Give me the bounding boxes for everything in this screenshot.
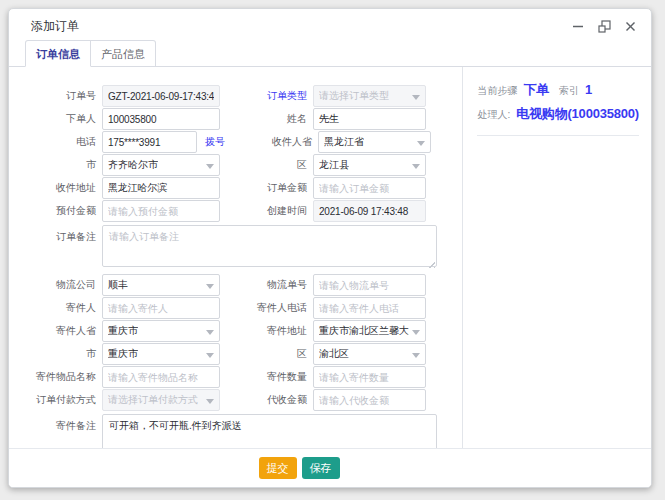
close-icon[interactable] [623,19,637,33]
recipient-city-select[interactable]: 齐齐哈尔市 [102,154,220,176]
tab-product-info[interactable]: 产品信息 [91,40,156,67]
sender-district-value: 渝北区 [319,347,349,361]
minimize-icon[interactable] [571,19,585,33]
save-button[interactable]: 保存 [302,457,340,479]
sender-province-select[interactable]: 重庆市 [102,320,220,342]
sender-province-field: 寄件人省重庆市 [26,320,220,342]
sender-phone-field: 寄件人电话 [220,297,426,319]
recipient-province-value: 黑龙江省 [324,135,364,149]
customer-name-input[interactable] [313,108,426,130]
index-value: 1 [585,82,592,97]
dial-link[interactable]: 拨号 [205,135,225,149]
tab-bar: 订单信息 产品信息 [9,39,651,67]
handler-label: 处理人: [477,108,510,122]
sender-address-field: 寄件地址重庆市渝北区兰馨大道 [220,320,426,342]
order-amount-input[interactable] [313,177,426,199]
dialog-title: 添加订单 [31,18,79,35]
payment-method-label: 订单付款方式 [26,393,102,407]
sender-city-value: 重庆市 [108,347,138,361]
shipping-remark-label: 寄件备注 [26,414,102,433]
item-name-input[interactable] [102,366,220,388]
sender-district-field: 区渝北区 [220,343,426,365]
order-type-field: 订单类型请选择订单类型 [220,85,426,107]
order-remark-label: 订单备注 [26,225,102,244]
prepaid-amount-input[interactable] [102,200,220,222]
order-remark-textarea-wrap [102,225,437,271]
submit-button[interactable]: 提交 [259,457,297,479]
recipient-province-select[interactable]: 黑龙江省 [318,131,431,153]
order-type-value: 请选择订单类型 [319,89,389,103]
form-row: 订单号订单类型请选择订单类型 [26,85,462,107]
phone-label: 电话 [26,135,102,149]
recipient-city-label: 市 [26,158,102,172]
tracking-no-field: 物流单号 [220,274,426,296]
sender-province-label: 寄件人省 [26,324,102,338]
recipient-city-field: 市齐齐哈尔市 [26,154,220,176]
tracking-no-label: 物流单号 [220,278,313,292]
item-qty-input[interactable] [313,366,426,388]
tab-order-info[interactable]: 订单信息 [25,40,91,67]
sender-district-select[interactable]: 渝北区 [313,343,426,365]
form-row: 市重庆市区渝北区 [26,343,462,365]
create-time-input[interactable] [313,200,426,222]
order-no-field: 订单号 [26,85,220,107]
sender-address-label: 寄件地址 [220,324,313,338]
chevron-down-icon [206,330,214,335]
recipient-address-input[interactable] [102,177,220,199]
chevron-down-icon [412,330,420,335]
recipient-district-value: 龙江县 [319,158,349,172]
order-remark-field: 订单备注 [26,225,437,271]
chevron-down-icon [206,399,214,404]
logistics-company-field: 物流公司顺丰 [26,274,220,296]
dialog-titlebar: 添加订单 [9,9,651,39]
sender-address-select[interactable]: 重庆市渝北区兰馨大道 [313,320,426,342]
logistics-company-value: 顺丰 [108,278,128,292]
form-row: 电话拨号收件人省黑龙江省 [26,131,462,153]
recipient-district-select[interactable]: 龙江县 [313,154,426,176]
form-row: 寄件人寄件人电话 [26,297,462,319]
prepaid-amount-label: 预付金额 [26,204,102,218]
order-no-input[interactable] [102,85,220,107]
phone-input[interactable] [102,131,197,153]
chevron-down-icon [206,164,214,169]
order-type-select[interactable]: 请选择订单类型 [313,85,426,107]
maximize-icon[interactable] [597,19,611,33]
item-name-field: 寄件物品名称 [26,366,220,388]
chevron-down-icon [206,353,214,358]
chevron-down-icon [412,95,420,100]
current-step-line: 当前步骤 下单 索引 1 [477,81,639,99]
tracking-no-input[interactable] [313,274,426,296]
logistics-company-label: 物流公司 [26,278,102,292]
workflow-header: 当前步骤 下单 索引 1 处理人: 电视购物(100035800) [477,81,639,136]
sender-province-value: 重庆市 [108,324,138,338]
orderer-input[interactable] [102,108,220,130]
order-remark-textarea[interactable] [102,225,437,267]
logistics-company-select[interactable]: 顺丰 [102,274,220,296]
item-qty-field: 寄件数量 [220,366,426,388]
cod-amount-field: 代收金额 [220,389,426,411]
sender-field: 寄件人 [26,297,220,319]
chevron-down-icon [417,141,425,146]
payment-method-select[interactable]: 请选择订单付款方式 [102,389,220,411]
cod-amount-input[interactable] [313,389,426,411]
sender-input[interactable] [102,297,220,319]
window-controls [571,19,637,33]
orderer-label: 下单人 [26,112,102,126]
sender-district-label: 区 [220,347,313,361]
dialog-content: 订单号订单类型请选择订单类型下单人姓名电话拨号收件人省黑龙江省市齐齐哈尔市区龙江… [9,67,651,454]
chevron-down-icon [412,353,420,358]
sender-phone-input[interactable] [313,297,426,319]
chevron-down-icon [206,284,214,289]
sender-phone-label: 寄件人电话 [220,301,313,315]
item-qty-label: 寄件数量 [220,370,313,384]
workflow-panel: 当前步骤 下单 索引 1 处理人: 电视购物(100035800) [463,67,651,454]
orderer-field: 下单人 [26,108,220,130]
recipient-address-field: 收件地址 [26,177,220,199]
sender-city-select[interactable]: 重庆市 [102,343,220,365]
sender-city-label: 市 [26,347,102,361]
order-type-label: 订单类型 [220,89,313,103]
order-amount-label: 订单金额 [220,181,313,195]
payment-method-field: 订单付款方式请选择订单付款方式 [26,389,220,411]
form-row: 订单付款方式请选择订单付款方式代收金额 [26,389,462,411]
prepaid-amount-field: 预付金额 [26,200,220,222]
